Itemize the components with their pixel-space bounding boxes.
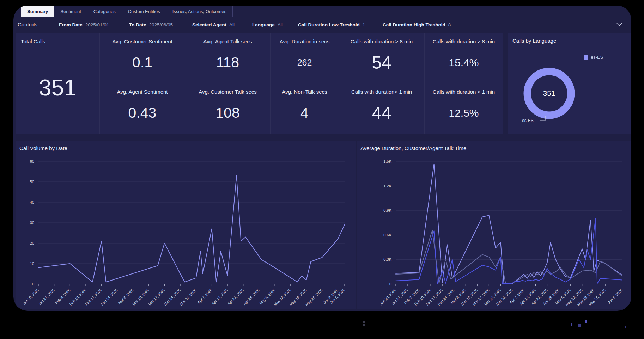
controls-title: Controls: [18, 21, 37, 27]
svg-text:Apr 14, 2025: Apr 14, 2025: [211, 288, 229, 306]
footer-artifact: [578, 324, 581, 327]
svg-text:30: 30: [30, 221, 34, 225]
svg-text:Mar 3, 2025: Mar 3, 2025: [117, 288, 134, 305]
filter-to-date[interactable]: To Date2025/06/05: [129, 22, 173, 27]
filter-value: 1: [363, 22, 365, 27]
legend[interactable]: es-ES: [584, 55, 603, 60]
svg-text:Feb 24, 2025: Feb 24, 2025: [100, 288, 119, 306]
chart-title: Call Volume by Date: [19, 145, 67, 151]
kpi-label: Avg. Agent Talk secs: [203, 38, 252, 44]
kpi-value: 12.5%: [449, 95, 479, 131]
svg-text:Apr 28, 2025: Apr 28, 2025: [242, 288, 260, 306]
svg-text:0: 0: [389, 282, 391, 286]
chart-title: Average Duration, Customer/Agent Talk Ti…: [360, 145, 466, 151]
talk-time-panel[interactable]: Average Duration, Customer/Agent Talk Ti…: [357, 141, 631, 309]
tab-categories[interactable]: Categories: [87, 6, 122, 17]
svg-text:Apr 7, 2025: Apr 7, 2025: [196, 288, 213, 304]
svg-text:Feb 3, 2025: Feb 3, 2025: [54, 288, 71, 305]
kpi-avg-customer-talk-secs: Avg. Customer Talk secs 108: [185, 84, 270, 134]
filter-from-date[interactable]: From Date2025/01/01: [59, 22, 109, 27]
filter-value: All: [278, 22, 283, 27]
kpi-label: Calls with duration > 8 min: [433, 38, 495, 44]
kpi-calls-gt-8min: Calls with duration > 8 min 54: [339, 33, 424, 84]
kpi-label: Avg. Non-Talk secs: [282, 89, 327, 95]
donut-chart[interactable]: 351: [521, 65, 577, 122]
filter-value: All: [229, 22, 235, 27]
footer-artifact: [625, 326, 626, 328]
kpi-calls-lt-1min-pct: Calls with duration < 1 min 12.5%: [425, 84, 503, 134]
filter-duration-low-treshold[interactable]: Call Duration Low Treshold1: [298, 22, 365, 27]
screen: { "tabs": { "items": [ {"label": "Summar…: [0, 0, 644, 339]
svg-text:Jan 20, 2025: Jan 20, 2025: [22, 288, 40, 306]
chevron-down-icon[interactable]: [616, 23, 622, 26]
kpi-label: Avg. Customer Talk secs: [199, 89, 257, 95]
svg-text:Mar 31, 2025: Mar 31, 2025: [179, 288, 197, 306]
tab-issues-actions-outcomes[interactable]: Issues, Actions, Outcomes: [166, 6, 233, 17]
donut-data-label: es-ES: [522, 118, 534, 123]
filter-label: Language: [252, 22, 275, 27]
kpi-label: Avg. Agent Sentiment: [117, 89, 168, 95]
panel-title: Calls by Language: [512, 38, 556, 44]
kpi-value: 0.43: [128, 95, 157, 131]
tab-custom-entities[interactable]: Custom Entities: [122, 6, 166, 17]
callout-connector: [540, 115, 547, 122]
tab-bar: Summary Sentiment Categories Custom Enti…: [21, 6, 233, 17]
svg-text:40: 40: [30, 200, 34, 204]
controls-bar: Controls From Date2025/01/01 To Date2025…: [13, 17, 631, 33]
footer-artifact: [363, 321, 365, 323]
filter-value: 8: [448, 22, 451, 27]
kpi-label: Calls with duration< 1 min: [351, 89, 412, 95]
svg-text:0.6K: 0.6K: [383, 233, 391, 237]
filter-label: From Date: [59, 22, 83, 27]
call-volume-panel[interactable]: Call Volume by Date 0102030405060Jan 20,…: [16, 141, 356, 309]
call-volume-chart[interactable]: 0102030405060Jan 20, 2025Jan 27, 2025Feb…: [16, 152, 356, 309]
dashboard: Summary Sentiment Categories Custom Enti…: [13, 6, 631, 311]
kpi-avg-non-talk-secs: Avg. Non-Talk secs 4: [271, 84, 339, 134]
legend-swatch: [584, 55, 588, 60]
tab-sentiment[interactable]: Sentiment: [54, 6, 87, 17]
svg-text:1.2K: 1.2K: [383, 184, 391, 188]
kpi-avg-agent-sentiment: Avg. Agent Sentiment 0.43: [100, 84, 185, 134]
kpi-value: 4: [300, 95, 309, 131]
svg-text:10: 10: [30, 261, 34, 266]
filter-value: 2025/06/05: [149, 22, 173, 27]
filter-language[interactable]: LanguageAll: [252, 22, 283, 27]
kpi-avg-agent-talk-secs: Avg. Agent Talk secs 118: [185, 33, 270, 84]
filter-duration-high-treshold[interactable]: Call Duration High Treshold8: [383, 22, 451, 27]
kpi-label: Avg. Duration in secs: [280, 38, 329, 44]
kpi-total-calls: Total Calls 351: [16, 33, 99, 134]
footer-artifact: [585, 320, 587, 323]
svg-text:Apr 21, 2025: Apr 21, 2025: [226, 288, 244, 306]
kpi-value: 54: [372, 44, 391, 81]
svg-text:50: 50: [30, 180, 34, 184]
kpi-calls-lt-1min: Calls with duration< 1 min 44: [339, 84, 424, 134]
footer-artifact: [363, 324, 365, 326]
filter-label: Selected Agent: [192, 22, 226, 27]
kpi-value: 262: [297, 44, 312, 81]
footer-artifact: [571, 323, 572, 326]
kpi-value: 0.1: [132, 44, 152, 81]
svg-text:60: 60: [30, 159, 34, 164]
svg-text:0.3K: 0.3K: [383, 257, 391, 261]
kpi-avg-customer-sentiment: Avg. Customer Sentiment 0.1: [100, 33, 185, 84]
kpi-value: 351: [39, 44, 77, 131]
filter-selected-agent[interactable]: Selected AgentAll: [192, 22, 235, 27]
svg-text:Jan 27, 2025: Jan 27, 2025: [37, 288, 56, 306]
kpi-label: Calls with duration > 8 min: [351, 38, 413, 44]
tab-summary[interactable]: Summary: [21, 6, 54, 17]
kpi-value: 44: [372, 95, 391, 131]
svg-text:20: 20: [30, 241, 34, 245]
svg-text:1.5K: 1.5K: [383, 159, 391, 164]
talk-time-chart[interactable]: 00.3K0.6K0.9K1.2K1.5KJan 20, 2025Jan 27,…: [357, 152, 631, 309]
kpi-value: 118: [216, 44, 239, 81]
svg-text:0: 0: [32, 282, 34, 286]
donut-data-label-text: es-ES: [522, 118, 534, 123]
donut-center-value: 351: [521, 65, 577, 122]
filter-label: To Date: [129, 22, 146, 27]
calls-by-language-panel[interactable]: Calls by Language es-ES 351 es-ES: [508, 33, 631, 134]
kpi-label: Avg. Customer Sentiment: [112, 38, 172, 44]
svg-text:0.9K: 0.9K: [383, 208, 391, 212]
kpi-label: Calls with duration < 1 min: [433, 89, 495, 95]
kpi-avg-duration-secs: Avg. Duration in secs 262: [271, 33, 339, 84]
kpi-value: 15.4%: [449, 44, 479, 81]
